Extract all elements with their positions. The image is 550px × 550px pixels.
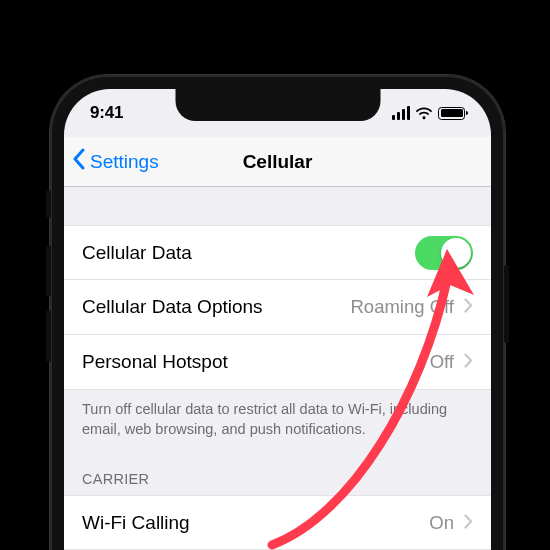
cell-value: Off xyxy=(430,351,454,373)
settings-content[interactable]: Cellular Data Cellular Data Options Roam… xyxy=(64,187,491,550)
row-cellular-data[interactable]: Cellular Data xyxy=(64,225,491,280)
back-button[interactable]: Settings xyxy=(64,148,159,175)
chevron-right-icon xyxy=(464,351,473,373)
cell-label: Cellular Data xyxy=(82,242,192,264)
navigation-bar: Settings Cellular xyxy=(64,137,491,187)
status-indicators xyxy=(392,106,466,120)
mute-switch xyxy=(46,190,51,218)
power-button xyxy=(504,265,509,343)
cell-label: Personal Hotspot xyxy=(82,351,228,373)
row-personal-hotspot[interactable]: Personal Hotspot Off xyxy=(64,335,491,390)
volume-down-button xyxy=(46,310,51,362)
cell-label: Wi-Fi Calling xyxy=(82,512,190,534)
cellular-data-toggle[interactable] xyxy=(415,236,473,270)
cell-label: Cellular Data Options xyxy=(82,296,263,318)
notch xyxy=(175,89,380,121)
battery-icon xyxy=(438,107,465,120)
chevron-left-icon xyxy=(72,148,86,175)
toggle-knob xyxy=(441,238,471,268)
phone-frame: 9:41 Settings Cellular xyxy=(50,75,505,550)
chevron-right-icon xyxy=(464,296,473,318)
volume-up-button xyxy=(46,245,51,297)
cell-value: Roaming Off xyxy=(350,296,454,318)
cell-value: On xyxy=(429,512,454,534)
wifi-icon xyxy=(415,107,433,120)
back-label: Settings xyxy=(90,151,159,173)
section-footer: Turn off cellular data to restrict all d… xyxy=(64,390,491,453)
row-cellular-data-options[interactable]: Cellular Data Options Roaming Off xyxy=(64,280,491,335)
status-time: 9:41 xyxy=(90,103,123,123)
chevron-right-icon xyxy=(464,512,473,534)
screen: 9:41 Settings Cellular xyxy=(64,89,491,550)
cellular-signal-icon xyxy=(392,106,411,120)
section-header-carrier: CARRIER xyxy=(64,453,491,495)
row-wifi-calling[interactable]: Wi-Fi Calling On xyxy=(64,495,491,550)
